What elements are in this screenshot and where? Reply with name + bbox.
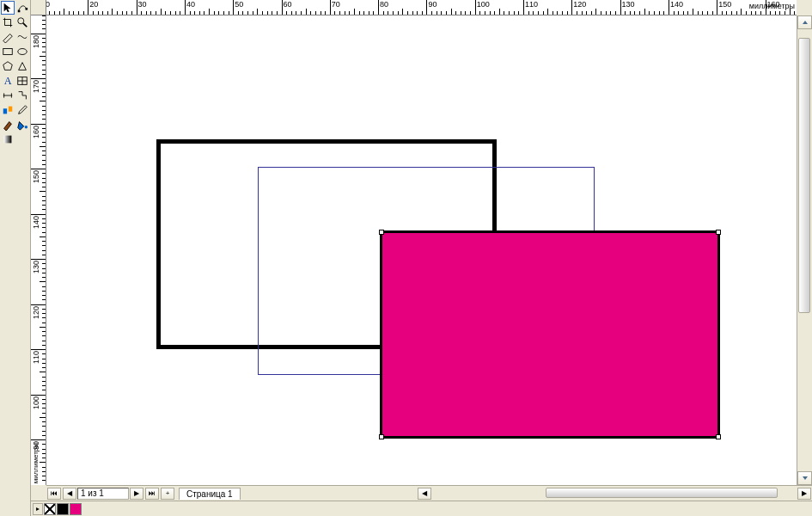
svg-rect-16 bbox=[4, 136, 12, 144]
canvas[interactable] bbox=[46, 15, 797, 485]
ruler-h-label: 80 bbox=[380, 0, 388, 9]
table-tool[interactable] bbox=[15, 74, 29, 88]
page-navigation-bar: ⏮ ◀ ▶ ⏭ + Страница 1 ◀ ▶ bbox=[46, 485, 812, 501]
zoom-tool[interactable] bbox=[15, 15, 29, 29]
ruler-v-label: 100 bbox=[32, 396, 40, 409]
rectangle-magenta-selected[interactable] bbox=[380, 230, 720, 439]
polygon-tool[interactable] bbox=[1, 59, 15, 73]
dimension-tool[interactable] bbox=[1, 89, 15, 102]
app-window: A миллиметры 102030405060708090100110120… bbox=[0, 0, 812, 516]
ruler-h-label: 150 bbox=[718, 0, 731, 9]
text-tool[interactable]: A bbox=[1, 74, 15, 88]
ruler-origin[interactable] bbox=[31, 0, 46, 15]
ruler-unit-label: миллиметры bbox=[749, 2, 795, 10]
first-page-button[interactable]: ⏮ bbox=[47, 488, 61, 500]
rectangle-tool[interactable] bbox=[1, 45, 15, 58]
fill-tool[interactable] bbox=[15, 118, 29, 132]
hscroll-left-button[interactable]: ◀ bbox=[418, 488, 431, 500]
svg-rect-14 bbox=[9, 107, 12, 112]
ruler-v-label: 150 bbox=[32, 170, 40, 183]
ruler-h-label: 90 bbox=[428, 0, 437, 9]
horizontal-ruler[interactable]: 102030405060708090100110120130140150160 bbox=[46, 0, 797, 15]
svg-rect-0 bbox=[18, 10, 21, 13]
ellipse-tool[interactable] bbox=[15, 45, 29, 58]
ruler-v-label: 170 bbox=[32, 80, 40, 93]
color-swatch-black[interactable] bbox=[57, 503, 69, 515]
selection-handle-bl[interactable] bbox=[379, 434, 384, 439]
ruler-h-label: 40 bbox=[186, 0, 195, 9]
ruler-h-label: 140 bbox=[670, 0, 683, 9]
svg-point-2 bbox=[18, 18, 24, 24]
svg-point-15 bbox=[25, 126, 28, 129]
scroll-down-button[interactable] bbox=[797, 471, 812, 485]
svg-text:A: A bbox=[4, 75, 12, 87]
scroll-up-button[interactable] bbox=[797, 15, 812, 29]
ruler-h-label: 60 bbox=[284, 0, 292, 9]
toolbox: A bbox=[0, 0, 31, 516]
svg-rect-13 bbox=[3, 108, 7, 114]
vertical-scrollbar[interactable] bbox=[797, 15, 812, 485]
ruler-h-label: 100 bbox=[477, 0, 490, 9]
ruler-v-label: 120 bbox=[32, 306, 40, 319]
eyedropper-tool[interactable] bbox=[15, 103, 29, 117]
color-palette-bar: ▸ bbox=[31, 501, 812, 516]
work-area: миллиметры 10203040506070809010011012013… bbox=[31, 0, 812, 516]
palette-scroll-left[interactable]: ▸ bbox=[33, 503, 43, 515]
pick-tool[interactable] bbox=[1, 1, 15, 15]
selection-handle-tl[interactable] bbox=[379, 230, 384, 235]
selection-handle-tr[interactable] bbox=[716, 230, 721, 235]
ruler-h-label: 20 bbox=[89, 0, 98, 9]
freehand-tool[interactable] bbox=[1, 30, 15, 44]
ruler-h-label: 130 bbox=[622, 0, 635, 9]
selection-handle-br[interactable] bbox=[716, 434, 721, 439]
add-page-button[interactable]: + bbox=[161, 488, 174, 500]
ruler-h-label: 70 bbox=[332, 0, 340, 9]
hscroll-right-button[interactable]: ▶ bbox=[797, 488, 811, 500]
horizontal-scroll-thumb[interactable] bbox=[546, 488, 778, 498]
svg-rect-1 bbox=[26, 8, 28, 10]
svg-line-3 bbox=[23, 23, 27, 27]
prev-page-button[interactable]: ◀ bbox=[63, 488, 76, 500]
shape-tool[interactable] bbox=[15, 1, 29, 15]
no-fill-swatch[interactable] bbox=[44, 503, 56, 515]
ruler-v-label: 110 bbox=[32, 351, 40, 364]
ruler-h-label: 120 bbox=[573, 0, 586, 9]
svg-point-5 bbox=[18, 49, 27, 55]
ruler-h-label: 50 bbox=[235, 0, 243, 9]
svg-rect-4 bbox=[3, 49, 13, 55]
ruler-h-label: 10 bbox=[46, 0, 50, 9]
ruler-v-unit-label: миллиметры bbox=[32, 443, 40, 483]
page-tab[interactable]: Страница 1 bbox=[179, 488, 241, 500]
smart-drawing-tool[interactable] bbox=[15, 30, 29, 44]
page-number-input[interactable] bbox=[77, 488, 129, 500]
basic-shapes-tool[interactable] bbox=[15, 59, 29, 73]
vertical-ruler[interactable]: миллиметры 19018017016015014013012011010… bbox=[31, 15, 46, 485]
connector-tool[interactable] bbox=[15, 89, 29, 102]
crop-tool[interactable] bbox=[1, 15, 15, 29]
ruler-v-label: 140 bbox=[32, 216, 40, 229]
horizontal-scrollbar[interactable] bbox=[434, 488, 795, 500]
ruler-h-label: 30 bbox=[138, 0, 147, 9]
ruler-h-label: 110 bbox=[525, 0, 538, 9]
next-page-button[interactable]: ▶ bbox=[130, 488, 143, 500]
vertical-scroll-thumb[interactable] bbox=[798, 38, 810, 313]
ruler-v-label: 130 bbox=[32, 261, 40, 273]
outline-tool[interactable] bbox=[1, 118, 15, 132]
last-page-button[interactable]: ⏭ bbox=[145, 488, 159, 500]
interactive-blend-tool[interactable] bbox=[1, 103, 15, 117]
ruler-v-label: 160 bbox=[32, 126, 40, 138]
color-swatch-magenta[interactable] bbox=[70, 503, 82, 515]
interactive-fill-tool[interactable] bbox=[1, 132, 15, 146]
ruler-v-label: 180 bbox=[32, 35, 40, 48]
